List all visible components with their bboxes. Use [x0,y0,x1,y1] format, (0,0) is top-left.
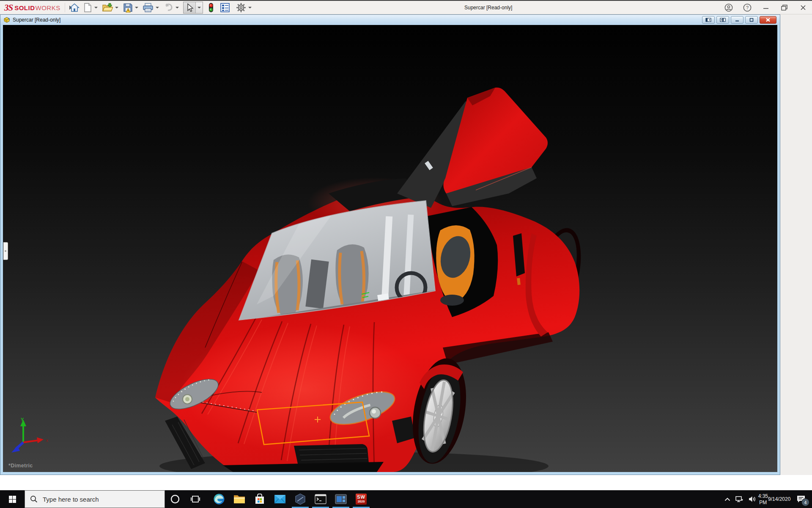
print-dropdown[interactable] [156,7,159,8]
minimize-button[interactable] [760,2,772,14]
solidworks-logo: 3S SOLID WORKS [4,1,72,14]
close-icon [800,4,807,11]
document-window: Supercar [Read-only] [0,14,780,475]
feature-pane-handle[interactable] [3,242,8,260]
taskbar-icon-edrawings[interactable] [290,490,310,508]
pane-toggle-right-button[interactable] [716,16,729,24]
minimize-icon [763,4,769,11]
tray-time: 4:35 PM [758,493,768,506]
print-button[interactable] [141,2,155,14]
doc-restore-button[interactable] [745,16,758,24]
cortana-button[interactable] [165,490,185,508]
logo-solid: SOLID [14,4,35,11]
undo-button[interactable] [162,2,175,14]
file-explorer-icon [233,494,245,504]
doc-minimize-icon [735,18,740,22]
options-dropdown[interactable] [248,7,252,8]
options-button[interactable] [234,2,248,14]
system-tray: 4:35 PM 9/14/2020 4 [721,490,812,508]
file-properties-icon [220,3,230,13]
task-view-icon [191,495,200,503]
taskbar-icon-file-explorer[interactable] [229,490,250,508]
sw-year: 2020 [358,500,365,503]
tray-overflow-button[interactable] [721,490,733,508]
app-titlebar: 3S SOLID WORKS [0,0,812,14]
action-center-button[interactable]: 4 [790,490,812,508]
quick-access-toolbar [68,1,254,14]
select-tool-current[interactable] [184,2,195,13]
pane-left-icon [705,18,711,22]
supercar-3d-model [3,25,777,472]
taskbar-icon-command-prompt[interactable] [310,490,331,508]
taskbar-icon-media-app[interactable] [331,490,351,508]
divider [65,3,65,12]
open-folder-icon [102,3,113,13]
doc-minimize-button[interactable] [731,16,743,24]
command-prompt-icon [315,494,326,504]
close-button[interactable] [797,2,809,14]
volume-status[interactable] [746,490,759,508]
taskbar-icon-store[interactable] [250,490,270,508]
logo-works: WORKS [36,4,60,11]
windows-taskbar: SW 2020 [0,490,812,508]
tray-date: 9/14/2020 [768,496,790,502]
mdi-background [780,14,812,475]
solidworks-2020-icon: SW 2020 [356,494,367,505]
select-cursor-icon [185,3,194,12]
save-dropdown[interactable] [135,7,138,8]
start-button[interactable] [0,490,25,508]
clock[interactable]: 4:35 PM 9/14/2020 [759,490,790,508]
select-tool-button[interactable] [183,2,203,14]
doc-close-button[interactable] [760,16,776,24]
network-icon [735,496,744,503]
speaker-icon [749,496,757,502]
save-icon [123,3,133,13]
triad-x-label: x [46,438,48,443]
document-title: Supercar [Read-only] [13,17,60,23]
home-button[interactable] [68,2,81,14]
task-view-button[interactable] [185,490,206,508]
notification-badge: 4 [801,498,809,506]
pane-right-icon [720,18,726,22]
app-title: Supercar [Read-only] [464,0,512,14]
new-document-icon [83,3,92,13]
new-document-button[interactable] [81,2,94,14]
new-document-dropdown[interactable] [94,7,98,8]
help-button[interactable]: ? [741,2,754,14]
open-button[interactable] [100,2,115,14]
file-properties-button[interactable] [218,2,232,14]
restore-button[interactable] [778,2,791,14]
part-document-icon [3,17,10,23]
home-icon [69,3,80,13]
account-icon [724,3,733,12]
pane-toggle-left-button[interactable] [702,16,715,24]
taskbar-search[interactable] [25,490,165,508]
window-controls: ? [722,1,809,14]
account-button[interactable] [722,2,735,14]
microsoft-store-icon [254,494,265,505]
windows-logo-icon [9,496,16,503]
search-input[interactable] [42,495,149,503]
select-tool-dropdown[interactable] [195,2,203,13]
restore-icon [781,4,788,11]
sw-letters: SW [357,495,365,500]
document-titlebar[interactable]: Supercar [Read-only] [0,15,780,25]
network-status[interactable] [733,490,746,508]
graphics-viewport[interactable]: Y x *Dimetric [3,25,777,472]
open-dropdown[interactable] [115,7,118,8]
doc-restore-icon [749,18,754,22]
svg-text:?: ? [746,5,749,10]
print-icon [143,3,154,13]
hexagon-app-icon [294,493,306,505]
taskbar-icon-edge[interactable] [209,490,229,508]
undo-icon [163,3,173,12]
undo-dropdown[interactable] [176,7,179,8]
rebuild-button[interactable] [206,2,216,14]
taskbar-icon-solidworks[interactable]: SW 2020 [351,490,371,508]
desktop: 3S SOLID WORKS [0,0,812,508]
search-icon [30,495,38,503]
chevron-up-icon [724,497,730,501]
logo-3s-mark: 3S [4,3,13,13]
save-button[interactable] [121,2,134,14]
taskbar-icon-mail[interactable] [270,490,290,508]
